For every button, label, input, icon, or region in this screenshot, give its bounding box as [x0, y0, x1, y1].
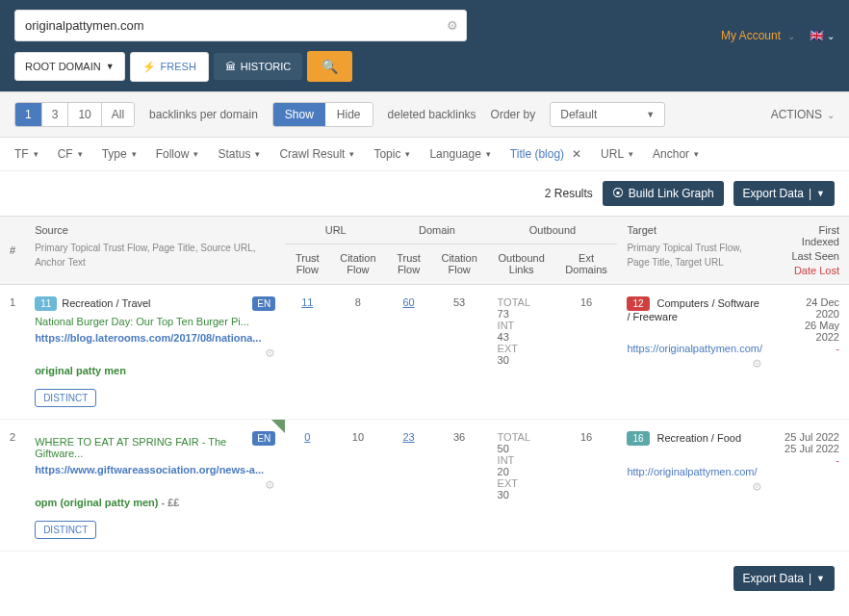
chevron-down-icon: ▼ [106, 62, 115, 71]
gear-icon[interactable]: ⚙ [447, 18, 458, 33]
distinct-badge: DISTINCT [35, 521, 96, 539]
gear-icon[interactable]: ⚙ [265, 346, 275, 360]
source-title[interactable]: WHERE TO EAT AT SPRING FAIR - The Giftwa… [35, 436, 275, 459]
col-outbound-group: Outbound [488, 217, 618, 244]
source-url[interactable]: https://blog.laterooms.com/2017/08/natio… [35, 332, 275, 344]
row-index: 2 [0, 420, 25, 552]
gear-icon[interactable]: ⚙ [752, 480, 762, 494]
page-all[interactable]: All [102, 103, 134, 126]
source-title[interactable]: National Burger Day: Our Top Ten Burger … [35, 316, 275, 327]
domain-value: originalpattymen.com [25, 18, 144, 33]
domain-input[interactable]: originalpattymen.com ⚙ [14, 10, 467, 41]
results-count: 2 Results [545, 187, 593, 200]
filter-cf[interactable]: CF ▾ [58, 147, 83, 161]
col-ext-domains: Ext Domains [555, 244, 618, 285]
col-url-cf: Citation Flow [329, 244, 386, 285]
orderby-label: Order by [491, 108, 536, 121]
filter-language[interactable]: Language ▾ [429, 147, 490, 161]
export-data-button[interactable]: Export Data | ▼ [733, 181, 835, 206]
actions-menu[interactable]: ACTIONS ⌄ [771, 108, 835, 121]
lightning-icon: ⚡ [142, 61, 156, 73]
build-link-graph-button[interactable]: ⦿ Build Link Graph [603, 181, 724, 206]
chevron-down-icon: ⌄ [827, 110, 835, 120]
target-tf-badge: 16 [627, 431, 649, 446]
anchor-text: original patty men [35, 365, 275, 376]
outbound-links: TOTAL 50 INT 20 EXT 30 [488, 420, 555, 552]
col-target: Target [627, 224, 762, 236]
chevron-down-icon: ⌄ [827, 31, 835, 41]
col-index: # [0, 217, 25, 285]
col-dom-tf: Trust Flow [386, 244, 430, 285]
page-3[interactable]: 3 [42, 103, 69, 126]
tf-badge: 11 [35, 296, 57, 311]
target-cell: 12 Computers / Software / Freeware https… [617, 285, 772, 420]
bpd-label: backlinks per domain [149, 108, 258, 121]
url-cf: 10 [329, 420, 386, 552]
export-data-bottom-button[interactable]: Export Data | ▼ [733, 566, 835, 591]
filter-anchor[interactable]: Anchor ▾ [653, 147, 699, 161]
language-flag[interactable]: 🇬🇧 ⌄ [810, 29, 835, 42]
table-row: 2 EN WHERE TO EAT AT SPRING FAIR - The G… [0, 420, 849, 552]
col-outbound-links: Outbound Links [488, 244, 555, 285]
col-source-sub: Primary Topical Trust Flow, Page Title, … [35, 241, 275, 270]
col-domain-group: Domain [386, 217, 487, 244]
source-url[interactable]: https://www.giftwareassociation.org/news… [35, 464, 275, 475]
col-last-seen: Last Seen [782, 250, 839, 262]
search-icon: 🔍 [322, 59, 338, 74]
gear-icon[interactable]: ⚙ [752, 357, 762, 371]
col-url-group: URL [285, 217, 386, 244]
lang-badge: EN [252, 431, 275, 446]
filter-url[interactable]: URL▾ [601, 147, 633, 161]
row-index: 1 [0, 285, 25, 420]
target-url[interactable]: http://originalpattymen.com/ [627, 466, 762, 477]
show-hide-toggle: Show Hide [272, 102, 373, 127]
source-topic: Recreation / Travel [62, 297, 150, 309]
show-button[interactable]: Show [273, 103, 325, 126]
ext-domains: 16 [555, 420, 618, 552]
filter-status[interactable]: Status ▾ [218, 147, 260, 161]
target-url[interactable]: https://originalpattymen.com/ [627, 343, 762, 354]
page-1[interactable]: 1 [15, 103, 42, 126]
dom-tf: 23 [386, 420, 430, 552]
bank-icon: 🏛 [225, 61, 236, 72]
url-tf: 0 [285, 420, 329, 552]
root-domain-select[interactable]: ROOT DOMAIN▼ [14, 52, 125, 81]
hide-button[interactable]: Hide [325, 103, 373, 126]
corner-flag-icon [271, 420, 285, 433]
my-account-link[interactable]: My Account ⌄ [721, 29, 795, 42]
col-target-sub: Primary Topical Trust Flow, Page Title, … [627, 241, 762, 270]
gear-icon[interactable]: ⚙ [265, 478, 275, 492]
historic-button[interactable]: 🏛 HISTORIC [214, 53, 302, 80]
chevron-down-icon: ▼ [816, 189, 825, 198]
chevron-down-icon: ▼ [816, 574, 825, 583]
filter-topic[interactable]: Topic ▾ [373, 147, 410, 161]
fresh-button[interactable]: ⚡ FRESH [130, 52, 209, 82]
col-first-indexed: First Indexed [782, 224, 839, 247]
col-url-tf: Trust Flow [285, 244, 329, 285]
dates: 25 Jul 202225 Jul 2022- [772, 420, 849, 552]
url-tf: 11 [285, 285, 329, 420]
dom-cf: 53 [431, 285, 488, 420]
url-cf: 8 [329, 285, 386, 420]
order-select[interactable]: Default ▼ [550, 102, 665, 127]
filter-type[interactable]: Type ▾ [102, 147, 137, 161]
dom-cf: 36 [431, 420, 488, 552]
dates: 24 Dec 202026 May 2022- [772, 285, 849, 420]
target-cell: 16 Recreation / Food http://originalpatt… [617, 420, 772, 552]
col-dom-cf: Citation Flow [431, 244, 488, 285]
target-topic: Recreation / Food [657, 432, 741, 444]
lang-badge: EN [252, 296, 275, 311]
table-row: 1 EN 11Recreation / Travel National Burg… [0, 285, 849, 420]
close-icon[interactable]: ✕ [572, 147, 581, 161]
chevron-down-icon: ⌄ [787, 31, 795, 41]
anchor-text: opm (original patty men) - ££ [35, 497, 275, 508]
backlinks-per-domain: 1 3 10 All [14, 102, 135, 127]
search-button[interactable]: 🔍 [307, 51, 352, 82]
filter-tf[interactable]: TF ▾ [14, 147, 39, 161]
ext-domains: 16 [555, 285, 618, 420]
filter-title-active[interactable]: Title (blog) ✕ [510, 147, 581, 161]
deleted-label: deleted backlinks [388, 108, 476, 121]
page-10[interactable]: 10 [68, 103, 101, 126]
filter-crawl[interactable]: Crawl Result ▾ [279, 147, 354, 161]
filter-follow[interactable]: Follow ▾ [156, 147, 199, 161]
